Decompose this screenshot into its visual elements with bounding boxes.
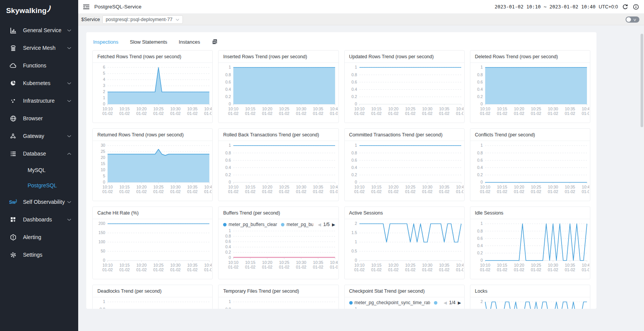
sidebar-item-general-service[interactable]: General Service <box>0 21 78 39</box>
legend-pager: ◀1/5▶ <box>318 222 335 227</box>
sidebar-item-mysql[interactable]: MySQL <box>0 162 78 178</box>
chart-title: Fetched Rows Trend (rows per second) <box>93 51 212 63</box>
svg-text:2: 2 <box>480 300 483 304</box>
svg-text:01-02: 01-02 <box>279 265 289 269</box>
svg-text:10:20: 10:20 <box>136 107 147 111</box>
info-icon[interactable] <box>632 3 639 10</box>
sidebar-item-infrastructure[interactable]: Infrastructure <box>0 92 78 110</box>
tab-slow-statements[interactable]: Slow Statements <box>130 39 168 45</box>
svg-text:01-02: 01-02 <box>187 189 197 194</box>
chart-canvas: 05101520253010:1001-0210:1501-0210:2001-… <box>94 142 212 199</box>
svg-text:10:40: 10:40 <box>204 185 212 189</box>
svg-text:10:15: 10:15 <box>120 185 130 189</box>
gear-icon <box>9 251 17 259</box>
sidebar-item-functions[interactable]: Functions <box>0 57 78 74</box>
svg-text:01-02: 01-02 <box>439 267 449 272</box>
chart-canvas: 00.511.5210:1001-0210:1501-0210:2001-021… <box>471 298 589 309</box>
legend-dot-icon <box>223 223 227 226</box>
svg-text:1: 1 <box>229 65 231 70</box>
chart-title: Conflicts Trend (per second) <box>470 129 590 141</box>
sidebar-item-postgresql[interactable]: PostgreSQL <box>0 178 78 193</box>
legend-item[interactable]: meter_pg_buffers_clean <box>223 222 277 227</box>
svg-text:10:15: 10:15 <box>497 107 507 111</box>
tab-inspections[interactable]: Inspections <box>93 39 118 45</box>
chart-card-active-sessions: Active Sessions00.511.5210:1001-0210:150… <box>344 206 465 279</box>
tabs-row: InspectionsSlow StatementsInstances <box>86 32 596 47</box>
sidebar-item-database[interactable]: Database <box>0 145 78 162</box>
svg-text:0.2: 0.2 <box>477 172 483 177</box>
svg-text:01-02: 01-02 <box>313 265 323 269</box>
svg-text:0.2: 0.2 <box>351 172 357 177</box>
svg-text:10:20: 10:20 <box>136 263 147 267</box>
menu-fold-icon[interactable] <box>83 4 90 10</box>
legend-item[interactable] <box>434 301 439 305</box>
svg-text:10:15: 10:15 <box>120 107 130 111</box>
sidebar-item-self-observability[interactable]: Sw)Self Observability <box>0 193 78 211</box>
svg-text:01-02: 01-02 <box>354 267 364 272</box>
chart-card-temporary-files-trend-per-second: Temporary Files Trend (per second)00.20.… <box>218 285 338 309</box>
svg-text:01-02: 01-02 <box>330 265 338 269</box>
svg-text:0: 0 <box>355 102 357 107</box>
legend-dot-icon <box>349 301 353 305</box>
svg-text:2: 2 <box>103 90 105 94</box>
svg-text:0.4: 0.4 <box>351 165 357 170</box>
chart-canvas: 00.20.40.60.8110:1001-0210:1501-0210:200… <box>219 64 337 121</box>
svg-text:0.4: 0.4 <box>477 87 483 92</box>
chart-card-fetched-rows-trend-rows-per-second: Fetched Rows Trend (rows per second)0123… <box>92 50 213 123</box>
skywalking-logo: Skywalking) <box>0 0 78 21</box>
pager-text: 1/4 <box>449 300 456 305</box>
chart-title: Idle Sessions <box>470 207 590 219</box>
svg-text:30: 30 <box>101 143 105 148</box>
time-range-picker[interactable]: 2023-01-02 10:10 ~ 2023-01-02 10:40 <box>495 4 595 10</box>
timezone-label: UTC+0:0 <box>599 4 618 10</box>
svg-text:01-02: 01-02 <box>456 111 463 116</box>
sidebar-item-settings[interactable]: Settings <box>0 246 78 264</box>
service-select[interactable]: postgresql::psql-deployment-77 <box>102 15 183 24</box>
svg-text:2: 2 <box>355 221 357 226</box>
sidebar-item-service-mesh[interactable]: Service Mesh <box>0 39 78 57</box>
svg-text:1: 1 <box>103 96 105 100</box>
pager-next-icon[interactable]: ▶ <box>332 222 335 227</box>
svg-text:01-02: 01-02 <box>405 189 415 194</box>
pager-prev-icon[interactable]: ◀ <box>444 300 447 305</box>
svg-text:01-02: 01-02 <box>405 111 415 116</box>
chart-area: 05101520253010:1001-0210:1501-0210:2001-… <box>93 141 212 199</box>
chart-area: 00.511.5210:1001-0210:1501-0210:2001-021… <box>345 219 464 277</box>
view-toggle[interactable]: V <box>626 16 639 23</box>
legend-item[interactable]: meter_pg_checkpoint_sync_time_rate <box>349 300 430 305</box>
copy-dashboard-icon[interactable] <box>212 39 218 45</box>
svg-text:5: 5 <box>103 174 105 179</box>
svg-text:01-02: 01-02 <box>187 111 197 116</box>
scrollbar-thumb[interactable] <box>641 34 643 127</box>
svg-text:150: 150 <box>99 231 105 235</box>
svg-text:1: 1 <box>229 300 231 304</box>
svg-text:0.8: 0.8 <box>100 307 105 309</box>
svg-text:0: 0 <box>355 258 357 263</box>
sidebar-item-dashboards[interactable]: Dashboards <box>0 211 78 228</box>
svg-text:01-02: 01-02 <box>548 267 558 272</box>
svg-text:10:30: 10:30 <box>170 185 181 189</box>
pager-prev-icon[interactable]: ◀ <box>318 222 321 227</box>
toggle-knob <box>626 17 631 22</box>
svg-text:0.8: 0.8 <box>477 229 483 233</box>
sidebar-item-browser[interactable]: Browser <box>0 110 78 127</box>
svg-text:01-02: 01-02 <box>514 267 524 272</box>
svg-text:01-02: 01-02 <box>153 267 164 272</box>
svg-text:01-02: 01-02 <box>204 111 212 116</box>
chart-canvas: 00.20.40.60.8110:1001-0210:1501-0210:200… <box>471 220 589 277</box>
svg-text:0.4: 0.4 <box>225 165 231 170</box>
top-header: PostgreSQL-Service 2023-01-02 10:10 ~ 20… <box>78 0 644 14</box>
svg-text:10:10: 10:10 <box>228 185 239 189</box>
refresh-icon[interactable] <box>622 3 629 10</box>
chart-grid: Fetched Rows Trend (rows per second)0123… <box>86 47 596 309</box>
sidebar-item-label: Service Mesh <box>23 45 67 51</box>
network-icon <box>9 132 17 140</box>
legend-item[interactable]: meter_pg_bu <box>281 222 313 227</box>
svg-text:01-02: 01-02 <box>548 189 558 194</box>
pager-next-icon[interactable]: ▶ <box>458 300 461 305</box>
svg-text:10:40: 10:40 <box>330 260 337 265</box>
sidebar-item-gateway[interactable]: Gateway <box>0 127 78 145</box>
sidebar-item-alerting[interactable]: Alerting <box>0 228 78 246</box>
sidebar-item-kubernetes[interactable]: Kubernetes <box>0 74 78 92</box>
tab-instances[interactable]: Instances <box>179 39 200 45</box>
